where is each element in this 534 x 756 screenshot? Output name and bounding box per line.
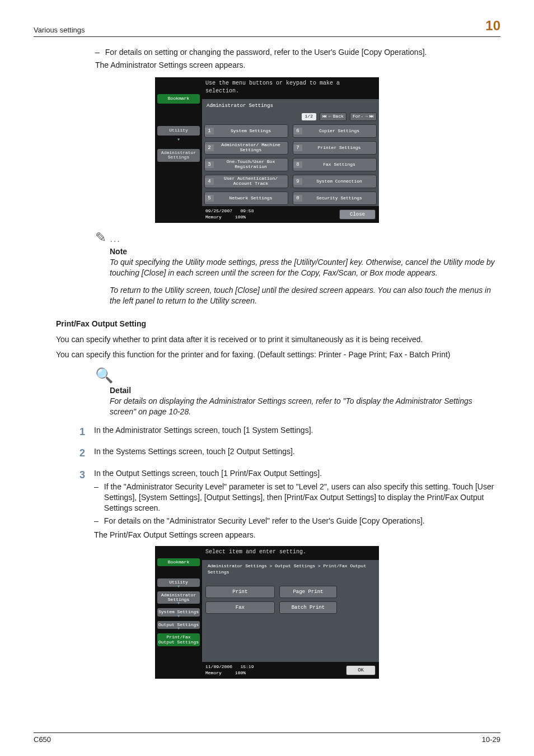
admin-settings-screenshot: Bookmark Utility ▾ Administrator Setting… xyxy=(155,77,379,223)
setting-value[interactable]: Batch Print xyxy=(279,601,337,614)
intro-bullet: – For details on setting or changing the… xyxy=(95,47,500,58)
printfax-settings-tab[interactable]: Print/Fax Output Settings xyxy=(157,633,200,646)
section2-p2: You can specify this function for the pr… xyxy=(56,349,500,360)
bookmark-tab[interactable]: Bookmark xyxy=(157,94,200,104)
chevron-down-icon: ▾ xyxy=(157,627,200,632)
pager-indicator: 1/2 xyxy=(302,113,316,120)
admin-settings-tab[interactable]: Administrator Settings xyxy=(157,149,200,162)
footer-model: C650 xyxy=(34,735,51,745)
instruction-text: Use the menu buttons or keypad to make a… xyxy=(202,77,379,99)
setting-name[interactable]: Fax xyxy=(205,601,275,614)
menu-item-5[interactable]: 5Network Settings xyxy=(204,192,288,205)
chevron-down-icon: ▾ xyxy=(157,138,200,143)
menu-item-2[interactable]: 2Administrator/ Machine Settings xyxy=(204,141,288,155)
step-1: 1 In the Administrator Settings screen, … xyxy=(95,425,500,438)
intro-line: The Administrator Settings screen appear… xyxy=(95,60,500,71)
step-3: 3 In the Output Settings screen, touch [… xyxy=(95,468,500,540)
back-button[interactable]: ⏮←Back xyxy=(320,113,346,121)
section-title: Various settings xyxy=(34,25,85,35)
menu-item-4[interactable]: 4User Authentication/ Account Track xyxy=(204,175,288,188)
menu-item-0[interactable]: 0Security Settings xyxy=(293,192,377,205)
status-datetime: 09/25/2007 09:58 Memory 100% xyxy=(205,208,254,221)
close-button[interactable]: Close xyxy=(339,209,376,220)
menu-item-8[interactable]: 8Fax Settings xyxy=(293,158,377,171)
note-label: Note xyxy=(110,246,500,257)
breadcrumb: Administrator Settings > Output Settings… xyxy=(205,562,376,579)
instruction-text: Select item and enter setting. xyxy=(202,546,379,561)
utility-tab[interactable]: Utility xyxy=(157,126,200,136)
menu-item-9[interactable]: 9System Connection xyxy=(293,175,377,188)
setting-value[interactable]: Page Print xyxy=(279,586,337,598)
menu-item-7[interactable]: 7Printer Settings xyxy=(293,141,377,155)
subsection-heading: Print/Fax Output Setting xyxy=(56,319,500,329)
menu-item-3[interactable]: 3One-Touch/User Box Registration xyxy=(204,158,288,171)
note-text-2: To return to the Utility screen, touch [… xyxy=(110,285,500,306)
screen-title: Administrator Settings xyxy=(204,101,377,113)
note-icon: ✎ ... xyxy=(95,230,121,245)
printfax-settings-screenshot: Bookmark Utility ▾ Administrator Setting… xyxy=(155,546,379,679)
forward-button[interactable]: For-→⏭ xyxy=(350,113,377,121)
menu-item-6[interactable]: 6Copier Settings xyxy=(293,124,377,138)
chapter-number: 10 xyxy=(485,17,500,35)
bookmark-tab[interactable]: Bookmark xyxy=(157,558,200,566)
footer-page: 10-29 xyxy=(482,735,500,745)
detail-label: Detail xyxy=(110,385,500,396)
chevron-down-icon: ▾ xyxy=(157,585,200,590)
section2-p1: You can specify whether to print data af… xyxy=(56,334,500,345)
chevron-down-icon: ▾ xyxy=(157,614,200,620)
setting-name[interactable]: Print xyxy=(205,586,275,598)
detail-icon: 🔍 xyxy=(95,367,113,384)
step-2: 2 In the Systems Settings screen, touch … xyxy=(95,446,500,460)
status-datetime: 11/09/2006 15:19 Memory 100% xyxy=(205,664,254,676)
ok-button[interactable]: OK xyxy=(346,665,376,675)
menu-item-1[interactable]: 1System Settings xyxy=(204,124,288,138)
chevron-down-icon: ▾ xyxy=(157,601,200,607)
detail-text: For details on displaying the Administra… xyxy=(110,396,500,417)
note-text-1: To quit specifying the Utility mode sett… xyxy=(110,257,500,278)
